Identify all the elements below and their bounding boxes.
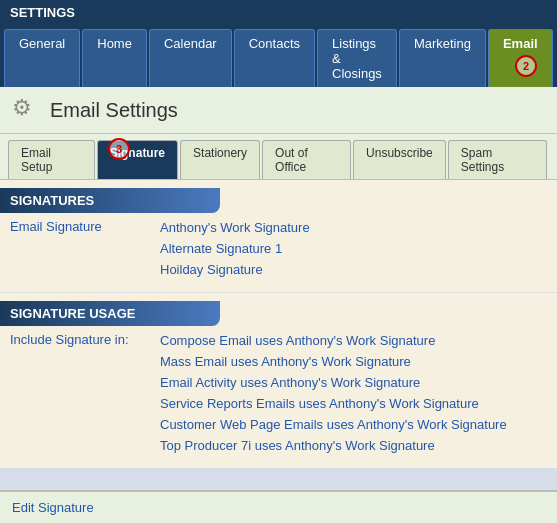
usage-item-6: Top Producer 7i uses Anthony's Work Sign… [160,435,547,456]
tab-marketing[interactable]: Marketing [399,29,486,87]
settings-bar: SETTINGS [0,0,557,25]
usage-item-3: Email Activity uses Anthony's Work Signa… [160,372,547,393]
tab-email[interactable]: Email [488,29,553,87]
subtab-stationery[interactable]: Stationery [180,140,260,179]
signatures-section-header: SIGNATURES [0,188,220,213]
content-area: SIGNATURES Email Signature Anthony's Wor… [0,180,557,468]
subtab-email-setup[interactable]: Email Setup [8,140,95,179]
tab-home[interactable]: Home [82,29,147,87]
tab-contacts[interactable]: Contacts [234,29,315,87]
tab-calendar[interactable]: Calendar [149,29,232,87]
subtab-out-of-office[interactable]: Out of Office [262,140,351,179]
subtab-unsubscribe[interactable]: Unsubscribe [353,140,446,179]
usage-item-2: Mass Email uses Anthony's Work Signature [160,351,547,372]
usage-title: SIGNATURE USAGE [10,306,135,321]
usage-list: Compose Email uses Anthony's Work Signat… [160,330,547,456]
settings-icon: ⚙ [12,95,42,125]
subtab-signature[interactable]: Signature [97,140,178,179]
signature-item-3[interactable]: Hoilday Signature [160,259,547,280]
email-signature-label: Email Signature [10,217,160,280]
edit-signature-label: Edit Signature [12,500,94,515]
app-title: SETTINGS [10,5,75,20]
signatures-section: SIGNATURES Email Signature Anthony's Wor… [0,180,557,293]
usage-item-1: Compose Email uses Anthony's Work Signat… [160,330,547,351]
usage-row: Include Signature in: Compose Email uses… [0,326,557,460]
signatures-row: Email Signature Anthony's Work Signature… [0,213,557,284]
page-header: ⚙ Email Settings [0,87,557,134]
include-signature-label: Include Signature in: [10,330,160,456]
main-nav: General Home Calendar Contacts Listings … [0,25,557,87]
sub-nav: Email Setup Signature Stationery Out of … [0,134,557,180]
usage-section-header: SIGNATURE USAGE [0,301,220,326]
usage-item-5: Customer Web Page Emails uses Anthony's … [160,414,547,435]
tab-general[interactable]: General [4,29,80,87]
page-title: Email Settings [50,99,178,122]
usage-item-4: Service Reports Emails uses Anthony's Wo… [160,393,547,414]
usage-section: SIGNATURE USAGE Include Signature in: Co… [0,293,557,468]
signature-list: Anthony's Work Signature Alternate Signa… [160,217,547,280]
edit-signature-bar[interactable]: Edit Signature [0,490,557,523]
signature-item-1[interactable]: Anthony's Work Signature [160,217,547,238]
tab-listings-closings[interactable]: Listings & Closings [317,29,397,87]
signature-item-2[interactable]: Alternate Signature 1 [160,238,547,259]
signatures-title: SIGNATURES [10,193,94,208]
subtab-spam-settings[interactable]: Spam Settings [448,140,547,179]
gear-icon: ⚙ [12,95,32,120]
